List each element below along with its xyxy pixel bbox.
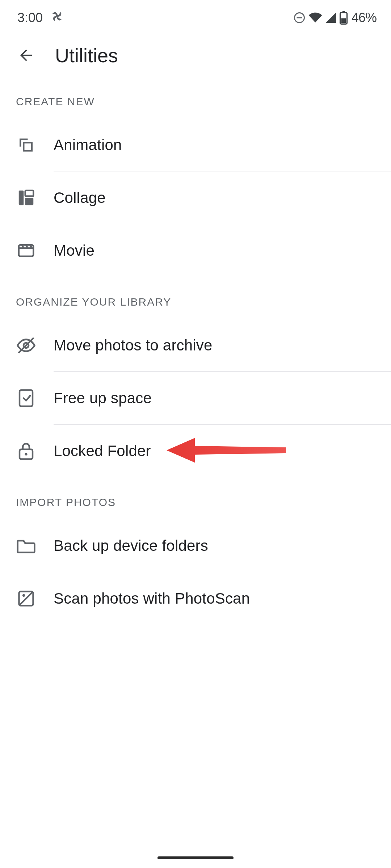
svg-rect-4 bbox=[342, 11, 345, 13]
lock-icon bbox=[16, 441, 36, 461]
folder-icon bbox=[16, 536, 36, 556]
battery-icon bbox=[339, 11, 348, 25]
wifi-icon bbox=[308, 12, 323, 24]
svg-rect-12 bbox=[20, 390, 33, 407]
item-label: Locked Folder bbox=[54, 442, 151, 460]
svg-rect-5 bbox=[341, 18, 346, 23]
svg-rect-7 bbox=[25, 191, 34, 196]
cell-signal-icon bbox=[325, 12, 337, 24]
svg-rect-6 bbox=[19, 191, 24, 205]
item-label: Movie bbox=[54, 242, 94, 259]
status-bar: 3:00 46% bbox=[0, 0, 391, 29]
item-label: Free up space bbox=[54, 390, 152, 407]
svg-point-14 bbox=[25, 453, 27, 455]
item-label: Collage bbox=[54, 189, 106, 207]
section-header-create-new: CREATE NEW bbox=[0, 77, 391, 119]
svg-point-17 bbox=[22, 594, 25, 597]
collage-icon bbox=[16, 188, 36, 208]
arrow-back-icon bbox=[17, 47, 35, 64]
item-move-to-archive[interactable]: Move photos to archive bbox=[0, 319, 391, 372]
section-header-organize: ORGANIZE YOUR LIBRARY bbox=[0, 277, 391, 319]
item-collage[interactable]: Collage bbox=[0, 171, 391, 224]
item-locked-folder[interactable]: Locked Folder bbox=[0, 425, 391, 477]
section-header-import: IMPORT PHOTOS bbox=[0, 477, 391, 519]
annotation-arrow-icon bbox=[167, 436, 286, 466]
eye-off-icon bbox=[16, 335, 36, 356]
movie-icon bbox=[16, 241, 36, 261]
page-title: Utilities bbox=[55, 44, 118, 67]
do-not-disturb-icon bbox=[293, 11, 306, 24]
item-label: Move photos to archive bbox=[54, 337, 213, 354]
photoscan-icon bbox=[16, 588, 36, 609]
item-label: Scan photos with PhotoScan bbox=[54, 590, 250, 607]
svg-marker-15 bbox=[167, 438, 286, 463]
item-scan-photoscan[interactable]: Scan photos with PhotoScan bbox=[0, 572, 391, 625]
gesture-nav-handle[interactable] bbox=[157, 856, 234, 859]
svg-rect-8 bbox=[25, 198, 34, 205]
back-button[interactable] bbox=[17, 47, 35, 64]
app-bar: Utilities bbox=[0, 29, 391, 77]
battery-percentage: 46% bbox=[352, 10, 377, 25]
item-label: Back up device folders bbox=[54, 537, 208, 554]
status-time: 3:00 bbox=[17, 10, 43, 25]
item-movie[interactable]: Movie bbox=[0, 224, 391, 277]
animation-icon bbox=[16, 135, 36, 155]
item-animation[interactable]: Animation bbox=[0, 119, 391, 171]
item-label: Animation bbox=[54, 136, 122, 154]
item-free-up-space[interactable]: Free up space bbox=[0, 372, 391, 425]
pinwheel-icon bbox=[50, 9, 64, 27]
item-backup-device-folders[interactable]: Back up device folders bbox=[0, 519, 391, 572]
free-space-icon bbox=[16, 388, 36, 408]
